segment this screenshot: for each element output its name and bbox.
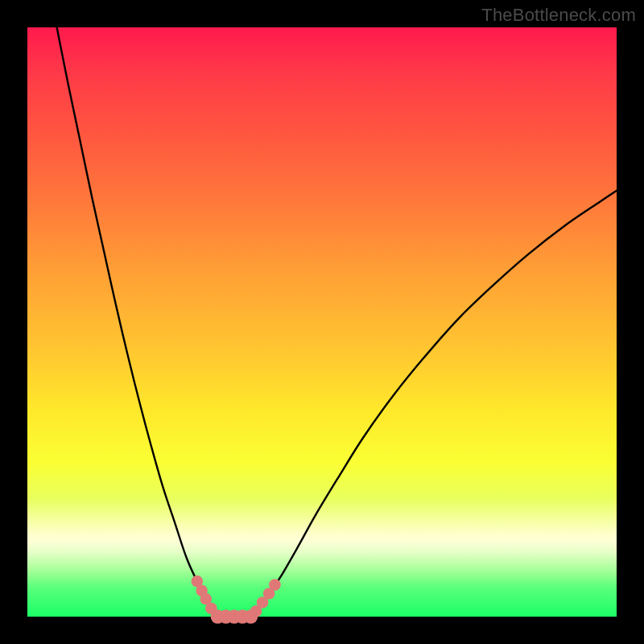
marker-right-3 xyxy=(269,579,281,591)
plot-area xyxy=(27,27,617,617)
curve-left-path xyxy=(57,27,217,617)
curves-svg xyxy=(27,27,617,617)
marker-group xyxy=(192,576,281,624)
chart-frame: TheBottleneck.com xyxy=(0,0,644,644)
marker-floor-4 xyxy=(244,609,258,624)
watermark-text: TheBottleneck.com xyxy=(481,5,636,26)
curve-right-path xyxy=(251,191,617,617)
